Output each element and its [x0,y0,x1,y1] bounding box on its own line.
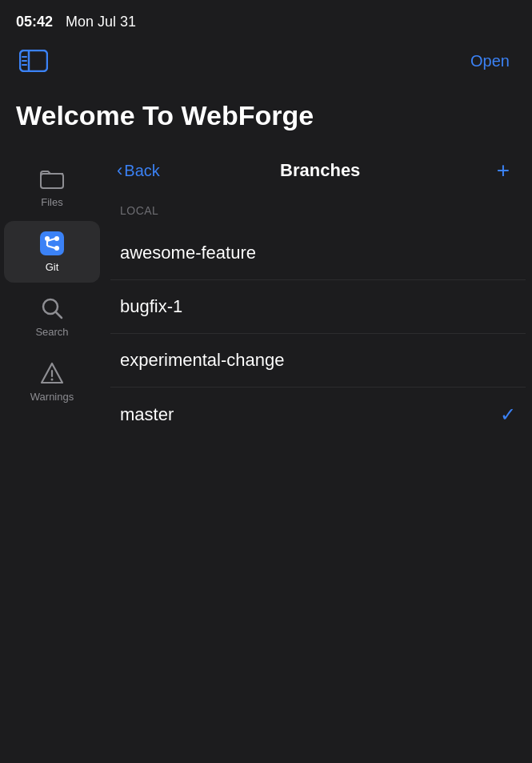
search-icon [39,295,65,321]
svg-rect-5 [41,174,63,188]
branch-item-awesome-feature[interactable]: awesome-feature [110,227,526,280]
sidebar: Files Git [0,150,104,756]
active-branch-checkmark-icon: ✓ [500,404,516,426]
branch-item-master[interactable]: master ✓ [110,388,526,442]
status-date: Mon Jul 31 [66,14,136,30]
branch-item-bugfix-1[interactable]: bugfix-1 [110,280,526,334]
local-section-label: LOCAL [110,198,526,227]
files-icon [39,166,65,191]
git-icon [39,231,65,256]
branch-name: master [120,404,174,425]
sidebar-files-label: Files [41,196,62,208]
page-title: Welcome To WebForge [16,101,516,131]
svg-point-16 [51,379,54,381]
main-layout: Files Git [0,150,532,756]
status-time: 05:42 [16,14,53,30]
svg-line-14 [56,312,62,318]
sidebar-git-label: Git [46,261,59,273]
add-branch-button[interactable]: + [490,156,516,185]
back-label: Back [124,162,159,180]
sidebar-item-files[interactable]: Files [4,156,100,218]
sidebar-item-search[interactable]: Search [4,286,100,347]
sidebar-toggle-icon[interactable] [16,43,51,78]
branch-name: bugfix-1 [120,296,182,317]
content-area: ‹ Back Branches + LOCAL awesome-feature … [104,150,532,756]
branches-header: ‹ Back Branches + [104,150,532,198]
branch-name: awesome-feature [120,243,256,263]
sidebar-warnings-label: Warnings [30,391,74,403]
svg-rect-6 [40,231,64,255]
back-chevron-icon: ‹ [117,160,122,181]
welcome-section: Welcome To WebForge [0,85,532,150]
branch-name: experimental-change [120,350,284,371]
branch-item-experimental-change[interactable]: experimental-change [110,334,526,388]
sidebar-search-label: Search [35,326,68,338]
sidebar-item-git[interactable]: Git [4,221,100,283]
warnings-icon [39,360,65,386]
sidebar-item-warnings[interactable]: Warnings [4,351,100,412]
open-button[interactable]: Open [464,49,516,74]
top-nav: Open [0,40,532,85]
status-bar: 05:42 Mon Jul 31 [0,0,532,40]
branches-title: Branches [166,160,474,181]
branch-list: LOCAL awesome-feature bugfix-1 experimen… [104,198,532,756]
back-button[interactable]: ‹ Back [110,157,166,184]
